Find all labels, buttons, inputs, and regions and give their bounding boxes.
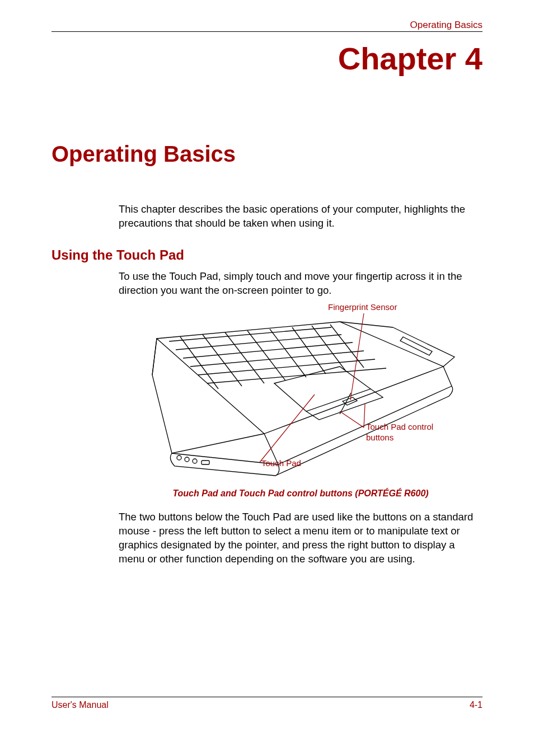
running-header: Operating Basics xyxy=(410,20,483,31)
chapter-title: Chapter 4 xyxy=(338,40,483,77)
section-title: Operating Basics xyxy=(51,142,236,167)
svg-point-2 xyxy=(193,459,197,463)
header-rule xyxy=(51,31,483,32)
svg-rect-3 xyxy=(202,461,209,464)
body-paragraph: The two buttons below the Touch Pad are … xyxy=(119,510,483,566)
footer-page-number: 4-1 xyxy=(470,700,483,710)
subsection-intro-paragraph: To use the Touch Pad, simply touch and m… xyxy=(119,270,483,298)
footer-manual-label: User's Manual xyxy=(51,700,109,710)
svg-line-6 xyxy=(364,404,365,428)
diagram-label-touchpad: Touch Pad xyxy=(261,458,301,468)
svg-point-1 xyxy=(185,457,189,462)
svg-point-0 xyxy=(177,456,181,460)
svg-line-4 xyxy=(350,313,364,400)
diagram-label-touchpad-control: Touch Pad control buttons xyxy=(366,422,456,443)
figure-caption: Touch Pad and Touch Pad control buttons … xyxy=(119,489,483,499)
svg-line-5 xyxy=(340,411,364,428)
touchpad-diagram: Fingerprint Sensor xyxy=(119,302,477,487)
chapter-intro-paragraph: This chapter describes the basic operati… xyxy=(119,203,483,231)
subsection-title: Using the Touch Pad xyxy=(51,247,184,263)
footer-rule xyxy=(51,697,483,697)
